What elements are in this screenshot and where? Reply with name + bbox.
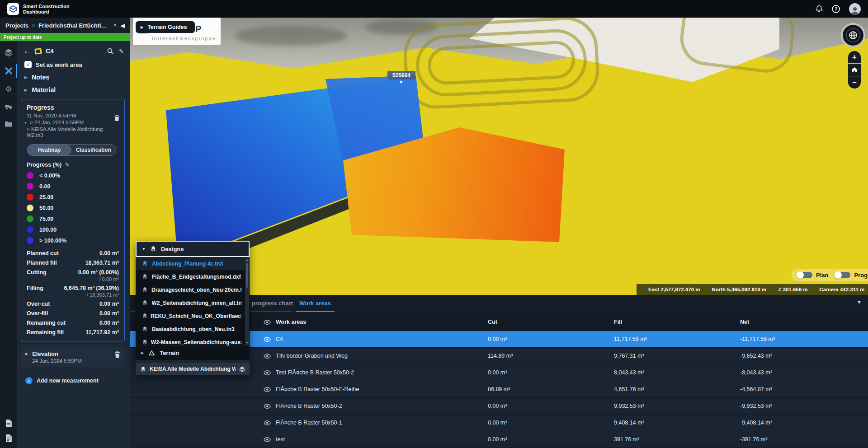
column-header-fill[interactable]: Fill — [614, 319, 740, 325]
design-item-label: Fläche_B_Endgestaltungsmod.dxf — [152, 274, 241, 280]
design-list-item[interactable]: Drainageschicht_oben_Neu-20cm.tn3 — [136, 283, 250, 296]
designs-scrollbar[interactable]: ▲ ▼ — [245, 257, 249, 345]
tab-heatmap[interactable]: Heatmap — [27, 145, 71, 155]
edit-pencil-icon[interactable]: ✎ — [119, 48, 124, 55]
designs-dropdown-header[interactable]: ▼ Designs — [136, 241, 250, 257]
breadcrumb-projects-link[interactable]: Projects — [5, 22, 28, 29]
machines-truck-icon[interactable] — [0, 103, 17, 110]
terrain-guides-button[interactable]: ▶ Terrain Guides — [136, 21, 195, 33]
design-list-item[interactable]: Abdeckung_Planung 4c.tn3 — [136, 257, 250, 270]
work-area-table-row[interactable]: FlÃ¤che B Raster 50x50-2 0.00 m³ 9,932.5… — [130, 398, 868, 415]
chevron-down-icon[interactable]: ▼ — [24, 121, 27, 124]
notes-document-icon[interactable] — [5, 434, 13, 443]
progress-toggle[interactable]: Progress — [835, 272, 868, 279]
chevron-down-icon: ▼ — [142, 247, 146, 251]
files-folder-icon[interactable] — [0, 121, 17, 127]
row-visibility-eye-icon[interactable] — [264, 354, 271, 359]
settings-gear-icon[interactable]: ⚙ — [0, 85, 17, 93]
design-list-item[interactable]: Basisabdichtung_oben_Neu.tn3 — [136, 322, 250, 336]
elevation-card-date: 24 Jan, 2024 5:59PM — [32, 358, 81, 364]
legend-item: > 100.00% — [27, 237, 119, 244]
design-item-label: W2-Massen_Seitenabdichtung-aussen.tn3 — [151, 339, 241, 345]
row-fill-value: 8,043.43 m³ — [614, 369, 740, 376]
row-visibility-eye-icon[interactable] — [264, 337, 271, 342]
material-section-toggle[interactable]: ▶ Material — [24, 86, 124, 93]
row-visibility-eye-icon[interactable] — [264, 437, 271, 442]
column-header-name[interactable]: Work areas — [276, 319, 306, 325]
sidebar-collapse-button[interactable]: ◀ — [120, 22, 125, 29]
zoom-out-button[interactable]: − — [848, 76, 861, 89]
row-name: FlÃ¤che B Raster 50x50-F-Reihe — [276, 386, 359, 392]
row-visibility-eye-icon[interactable] — [264, 370, 271, 375]
layers-icon[interactable] — [239, 366, 245, 372]
delete-measurement-icon[interactable] — [114, 115, 120, 121]
progress-date-to[interactable]: > 24 Jan, 2024 5:59PM — [30, 120, 84, 125]
tab-classification[interactable]: Classification — [71, 145, 116, 155]
scroll-up-arrow-icon[interactable]: ▲ — [245, 258, 249, 261]
compass-navigation-ball[interactable] — [841, 23, 865, 47]
progress-measurement-card: Progress 11 Nov, 2020 4:54PM ▼ > 24 Jan,… — [21, 99, 125, 341]
metric-value: 11,717.92 m³ — [85, 329, 119, 336]
plan-toggle[interactable]: Plan — [797, 272, 828, 279]
work-area-table-row[interactable]: FlÃ¤che B Raster 50x50-F-Reihe 86.89 m³ … — [130, 381, 868, 398]
app-logo — [7, 3, 19, 15]
column-header-net[interactable]: Net — [740, 319, 868, 325]
zoom-in-button[interactable]: + — [848, 51, 861, 63]
set-work-area-checkbox[interactable]: ✓ — [24, 61, 32, 68]
terrain-section-row[interactable]: ▶ Terrain — [136, 345, 250, 360]
back-arrow-button[interactable]: ← — [24, 47, 31, 55]
chevron-right-icon[interactable]: ▶ — [25, 352, 28, 364]
home-view-button[interactable] — [848, 64, 861, 76]
terrain-trench-pattern — [402, 18, 600, 110]
notes-section-toggle[interactable]: ▶ Notes — [24, 74, 124, 81]
elevation-measurement-card[interactable]: ▶ Elevation 24 Jan, 2024 5:59PM — [21, 347, 125, 367]
design-cube-icon — [142, 274, 148, 280]
set-work-area-label: Set as work area — [36, 61, 82, 68]
pinned-design-row[interactable]: KEISA Alle Modelle Abdichtung W2.tn3 — [136, 363, 250, 375]
delete-measurement-icon[interactable] — [114, 351, 120, 358]
row-cut-value: 114.89 m³ — [488, 353, 614, 359]
measure-tools-icon[interactable] — [0, 67, 17, 75]
help-icon[interactable]: ? — [832, 5, 840, 13]
metric-row: Remaining fill 11,717.92 m³ — [27, 329, 119, 336]
design-list-item[interactable]: REKU_Schicht_Neu_OK_Oberflaechenabdicht — [136, 309, 250, 322]
point-marker-label[interactable]: 525604 — [387, 71, 415, 79]
design-item-label: Abdeckung_Planung 4c.tn3 — [152, 261, 223, 267]
toggle-all-visibility-eye-icon[interactable] — [264, 320, 271, 325]
metric-label: Remaining fill — [27, 329, 64, 336]
layers-icon[interactable] — [0, 48, 17, 56]
metric-row: Planned fill 18,363.71 m³ — [27, 260, 119, 266]
search-icon[interactable] — [107, 48, 113, 54]
metric-value: 0.00 m³ (0.00%) — [78, 269, 119, 275]
scrollbar-thumb[interactable] — [246, 263, 248, 288]
tab-work-areas[interactable]: Work areas — [299, 300, 331, 307]
metric-value: 0.00 m³ — [99, 320, 119, 326]
legend-label: < 0.00% — [39, 173, 60, 179]
report-document-icon[interactable] — [5, 419, 13, 428]
row-visibility-eye-icon[interactable] — [264, 420, 271, 425]
column-header-cut[interactable]: Cut — [488, 319, 614, 325]
row-net-value: -11,717.59 m³ — [740, 336, 868, 342]
project-dropdown-caret-icon[interactable]: ▼ — [113, 23, 117, 28]
row-visibility-eye-icon[interactable] — [264, 387, 271, 392]
progress-card-title: Progress — [27, 104, 119, 111]
design-list-item[interactable]: W2-Massen_Seitenabdichtung-aussen.tn3 — [136, 336, 250, 345]
scroll-down-arrow-icon[interactable]: ▼ — [245, 341, 249, 344]
tab-progress-chart[interactable]: y progress chart — [247, 300, 293, 307]
heitkamp-logo-subtext: Unternehmensgruppe — [152, 36, 216, 41]
work-area-table-row[interactable]: FlÃ¤che B Raster 50x50-1 0.00 m³ 9,408.1… — [130, 415, 868, 431]
metric-label: Planned fill — [27, 260, 57, 266]
add-new-measurement-button[interactable]: + Add new measurement — [25, 377, 126, 384]
design-list-item[interactable]: Fläche_B_Endgestaltungsmod.dxf — [136, 270, 250, 283]
row-visibility-eye-icon[interactable] — [264, 404, 271, 409]
notifications-bell-icon[interactable] — [816, 5, 823, 13]
legend-item: 75.00 — [27, 215, 119, 222]
breadcrumb-project-name[interactable]: Friedrichsthal Ertüchtigu... — [38, 22, 110, 29]
design-list-item[interactable]: W2_Seitenabdichtung_innen_alt.tn3 — [136, 296, 250, 309]
work-area-table-row[interactable]: test 0.00 m³ 391.76 m³ -391.76 m³ — [130, 431, 868, 448]
legend-color-swatch — [27, 205, 33, 211]
edit-legend-pencil-icon[interactable]: ✎ — [65, 162, 70, 168]
panel-collapse-chevron-icon[interactable]: ▼ — [857, 299, 862, 305]
user-avatar[interactable] — [849, 3, 861, 15]
coord-camera: Camera 442.311 m — [820, 287, 865, 292]
